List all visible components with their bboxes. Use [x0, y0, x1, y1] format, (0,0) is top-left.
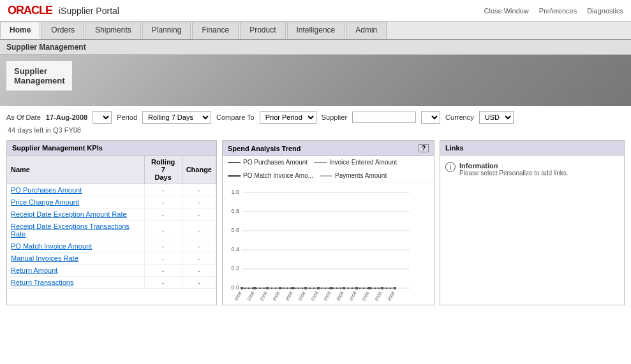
svg-text:06-Jul-2008: 06-Jul-2008 [303, 291, 319, 301]
svg-text:20-Jul-2008: 20-Jul-2008 [329, 291, 345, 301]
kpi-col-change: Change [182, 156, 216, 184]
tab-intelligence[interactable]: Intelligence [287, 22, 345, 39]
kpi-row-name: PO Match Invoice Amount [7, 240, 144, 252]
hero-banner: Supplier Management [0, 55, 631, 106]
kpi-row-change: - [182, 196, 216, 208]
table-row: Manual Invoices Rate - - [7, 252, 216, 265]
compare-to-dropdown[interactable]: Prior Period Prior Year [260, 111, 316, 124]
chart-panel-header: Spend Analysis Trend ? [223, 141, 434, 156]
svg-text:0.8: 0.8 [231, 208, 239, 214]
days-left: 44 days left in Q3 FY08 [8, 126, 81, 134]
logo-area: ORACLE iSupplier Portal [8, 4, 119, 17]
kpi-row-rolling: - [144, 208, 182, 221]
kpi-row-change: - [182, 208, 216, 221]
supplier-dropdown[interactable] [421, 111, 440, 124]
svg-text:0.6: 0.6 [231, 227, 239, 233]
as-of-date-value: 17-Aug-2008 [46, 113, 87, 121]
legend-item: Invoice Entered Amount [314, 159, 397, 166]
kpi-table: Name Rolling 7Days Change PO Purchases A… [7, 156, 216, 289]
svg-text:22-Jun-2008: 22-Jun-2008 [277, 291, 293, 301]
svg-rect-21 [355, 287, 358, 289]
preferences-link[interactable]: Preferences [539, 7, 577, 15]
tab-admin[interactable]: Admin [346, 22, 387, 39]
info-icon: i [445, 162, 456, 172]
supplier-input[interactable] [352, 112, 416, 123]
legend-item: Payments Amount [320, 172, 387, 179]
table-row: PO Purchases Amount - - [7, 184, 216, 196]
tab-planning[interactable]: Planning [142, 22, 191, 39]
diagnostics-link[interactable]: Diagnostics [587, 7, 623, 15]
kpi-row-name: Receipt Date Exceptions Transactions Rat… [7, 221, 144, 240]
kpi-row-rolling: - [144, 265, 182, 277]
kpi-row-rolling: - [144, 252, 182, 265]
app-title: iSupplier Portal [59, 6, 119, 16]
filter-bar: As Of Date 17-Aug-2008 Period Rolling 7 … [0, 106, 631, 126]
chart-area: 1.0 0.8 0.6 0.4 0.2 0.0 [223, 182, 434, 305]
svg-text:13-Jul-2008: 13-Jul-2008 [316, 291, 332, 301]
kpi-row-rolling: - [144, 196, 182, 208]
tab-finance[interactable]: Finance [192, 22, 239, 39]
currency-dropdown[interactable]: USD EUR GBP [479, 111, 514, 124]
kpi-row-name: Receipt Date Exception Amount Rate [7, 208, 144, 221]
hero-title: Supplier Management [6, 61, 72, 91]
kpi-col-rolling: Rolling 7Days [144, 156, 182, 184]
help-icon[interactable]: ? [419, 144, 429, 152]
table-row: Return Amount - - [7, 265, 216, 277]
info-subtitle: Please select Personalize to add links. [459, 170, 568, 177]
currency-label: Currency [445, 113, 474, 121]
legend-item: PO Match Invoice Amo... [228, 172, 313, 179]
kpi-row-rolling: - [144, 277, 182, 289]
kpi-row-change: - [182, 277, 216, 289]
period-dropdown[interactable]: Rolling 7 Days Rolling 30 Days Rolling 9… [142, 111, 211, 124]
kpi-row-name: Return Amount [7, 265, 144, 277]
tab-orders[interactable]: Orders [41, 22, 84, 39]
kpi-panel-header: Supplier Management KPIs [7, 141, 216, 156]
info-row: i Information Please select Personalize … [445, 162, 619, 177]
top-links: Close Window Preferences Diagnostics [484, 7, 623, 15]
svg-rect-15 [279, 287, 281, 289]
kpi-row-change: - [182, 265, 216, 277]
table-row: Receipt Date Exception Amount Rate - - [7, 208, 216, 221]
kpi-row-rolling: - [144, 240, 182, 252]
svg-rect-24 [394, 287, 396, 289]
supplier-label: Supplier [322, 113, 347, 121]
chart-svg: 1.0 0.8 0.6 0.4 0.2 0.0 [228, 186, 413, 301]
links-panel-header: Links [440, 141, 624, 156]
info-text: Information Please select Personalize to… [459, 162, 568, 177]
kpi-panel: Supplier Management KPIs Name Rolling 7D… [6, 140, 217, 305]
svg-text:27-Jul-2008: 27-Jul-2008 [341, 291, 357, 301]
close-window-link[interactable]: Close Window [484, 7, 529, 15]
compare-to-label: Compare To [216, 113, 255, 121]
kpi-row-name: Price Change Amount [7, 196, 144, 208]
chart-title: Spend Analysis Trend [228, 145, 301, 152]
tab-product[interactable]: Product [240, 22, 285, 39]
svg-rect-17 [304, 287, 307, 289]
breadcrumb: Supplier Management [0, 40, 631, 55]
tab-home[interactable]: Home [0, 22, 40, 39]
kpi-row-name: Return Transactions [7, 277, 144, 289]
svg-text:0.4: 0.4 [231, 246, 239, 252]
kpi-row-name: Manual Invoices Rate [7, 252, 144, 265]
as-of-date-label: As Of Date [6, 113, 41, 121]
kpi-row-change: - [182, 252, 216, 265]
svg-text:25-May-2008: 25-May-2008 [228, 291, 243, 301]
svg-text:08-Jun-2008: 08-Jun-2008 [251, 291, 268, 301]
kpi-row-rolling: - [144, 184, 182, 196]
svg-text:15-Jun-2008: 15-Jun-2008 [264, 291, 281, 301]
svg-text:0.2: 0.2 [231, 265, 239, 272]
svg-rect-13 [253, 287, 256, 289]
oracle-logo: ORACLE [8, 4, 52, 17]
legend-item: PO Purchases Amount [228, 159, 308, 166]
svg-text:0.0: 0.0 [231, 284, 239, 291]
svg-rect-23 [381, 287, 383, 289]
kpi-row-change: - [182, 184, 216, 196]
info-title: Information [459, 162, 568, 170]
nav-tabs: Home Orders Shipments Planning Finance P… [0, 22, 631, 40]
svg-text:29-Jun-2008: 29-Jun-2008 [290, 291, 306, 301]
tab-shipments[interactable]: Shipments [85, 22, 141, 39]
svg-text:01-Jun-2008: 01-Jun-2008 [239, 291, 255, 301]
svg-rect-18 [317, 287, 320, 289]
links-panel-body: i Information Please select Personalize … [440, 156, 624, 183]
as-of-date-dropdown[interactable] [93, 111, 112, 124]
period-label: Period [117, 113, 137, 121]
